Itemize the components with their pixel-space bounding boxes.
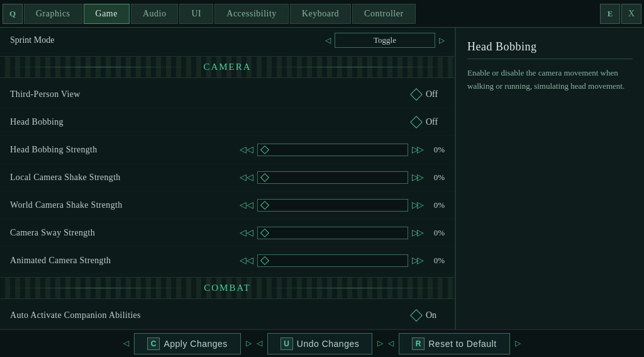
tab-keyboard[interactable]: Keyboard [290,4,351,24]
slider-right-arrow-2[interactable]: ▷▷ [412,172,422,183]
local-camera-shake-row[interactable]: Local Camera Shake Strength ◁◁ ▷▷ 0% [0,164,455,191]
local-camera-shake-slider[interactable]: ◁◁ ▷▷ 0% [240,171,445,184]
slider-thumb [260,145,269,154]
animated-camera-row[interactable]: Animated Camera Strength ◁◁ ▷▷ 0% [0,247,455,275]
auto-companion-toggle[interactable]: On [412,310,445,320]
head-bobbing-label: Head Bobbing [10,117,412,127]
nav-right-key[interactable]: E [600,4,620,24]
combat-header-text: Combat [191,283,264,293]
world-camera-shake-label: World Camera Shake Strength [10,200,240,210]
auto-companion-label: Auto Activate Companion Abilities [10,310,412,320]
slider-thumb-5 [260,256,269,264]
reset-btn-left-arrow: ◁ [388,339,394,348]
top-navigation: Q Graphics Game Audio UI Accessibility K… [0,0,644,28]
world-camera-shake-row[interactable]: World Camera Shake Strength ◁◁ ▷▷ 0% [0,191,455,219]
third-person-view-row[interactable]: Third-Person View Off [0,81,455,108]
apply-btn-right-arrow: ▷ [246,339,252,348]
slider-thumb-4 [260,228,269,237]
head-bobbing-strength-row[interactable]: Head Bobbing Strength ◁◁ ▷▷ 0% [0,136,455,164]
undo-key: U [280,337,293,350]
info-title: Head Bobbing [467,40,633,59]
settings-panel: Sprint Mode ◁ Toggle ▷ Camera Third-Pers… [0,28,455,329]
combat-header-line-left [8,288,191,288]
slider-left-arrow-2[interactable]: ◁◁ [240,172,253,183]
info-description: Enable or disable the camera movement wh… [467,67,633,93]
apply-key: C [147,337,160,350]
world-camera-shake-value: 0% [426,200,445,210]
animated-camera-label: Animated Camera Strength [10,256,240,266]
undo-label: Undo Changes [297,339,359,349]
tab-accessibility[interactable]: Accessibility [214,4,289,24]
camera-sway-value: 0% [426,228,445,238]
undo-changes-button[interactable]: U Undo Changes [267,333,372,354]
tab-audio[interactable]: Audio [131,4,179,24]
camera-section-header: Camera [0,56,455,78]
local-camera-shake-label: Local Camera Shake Strength [10,173,240,183]
tab-graphics[interactable]: Graphics [24,4,82,24]
head-bobbing-strength-value: 0% [426,145,445,155]
reset-key: R [412,337,425,350]
head-bobbing-value: Off [426,117,445,127]
combat-section-header: Combat [0,277,455,299]
info-panel: Head Bobbing Enable or disable the camer… [455,28,644,329]
auto-companion-value: On [426,310,445,320]
tab-controller[interactable]: Controller [352,4,416,24]
close-button[interactable]: X [621,4,641,24]
slider-track-2[interactable] [257,171,408,184]
slider-track-3[interactable] [257,199,408,212]
slider-thumb-3 [260,200,269,209]
camera-sway-slider[interactable]: ◁◁ ▷▷ 0% [240,227,445,239]
auto-companion-row[interactable]: Auto Activate Companion Abilities On [0,302,455,329]
third-person-view-toggle[interactable]: Off [412,89,445,99]
head-bobbing-diamond [410,116,423,128]
slider-right-arrow-4[interactable]: ▷▷ [412,227,422,238]
sprint-toggle-control[interactable]: ◁ Toggle ▷ [325,33,445,48]
animated-camera-slider[interactable]: ◁◁ ▷▷ 0% [240,254,445,267]
slider-left-arrow-4[interactable]: ◁◁ [240,227,253,238]
slider-track[interactable] [257,144,408,156]
third-person-view-value: Off [426,89,445,99]
head-bobbing-strength-label: Head Bobbing Strength [10,145,240,155]
third-person-view-diamond [410,88,423,101]
apply-changes-button[interactable]: C Apply Changes [134,333,240,354]
world-camera-shake-slider[interactable]: ◁◁ ▷▷ 0% [240,199,445,212]
undo-btn-right-arrow: ▷ [377,339,383,348]
camera-sway-row[interactable]: Camera Sway Strength ◁◁ ▷▷ 0% [0,219,455,247]
slider-right-arrow-5[interactable]: ▷▷ [412,255,422,266]
bottom-action-bar: ◁ C Apply Changes ▷ ◁ U Undo Changes ▷ ◁… [0,329,644,357]
slider-track-5[interactable] [257,254,408,267]
reset-btn-right-arrow: ▷ [515,339,521,348]
slider-track-4[interactable] [257,227,408,239]
apply-label: Apply Changes [164,339,227,349]
head-bobbing-row[interactable]: Head Bobbing Off [0,108,455,136]
head-bobbing-toggle[interactable]: Off [412,117,445,127]
slider-right-arrow[interactable]: ▷▷ [412,144,422,155]
local-camera-shake-value: 0% [426,173,445,183]
main-area: Sprint Mode ◁ Toggle ▷ Camera Third-Pers… [0,28,644,329]
camera-header-text: Camera [191,62,264,72]
third-person-view-label: Third-Person View [10,89,412,99]
slider-thumb-2 [260,173,269,181]
slider-left-arrow[interactable]: ◁◁ [240,144,253,155]
tab-game[interactable]: Game [84,4,130,24]
nav-left-key[interactable]: Q [3,4,23,24]
animated-camera-value: 0% [426,256,445,266]
reset-to-default-button[interactable]: R Reset to Default [399,333,509,354]
sprint-arrow-right[interactable]: ▷ [439,36,445,45]
slider-left-arrow-3[interactable]: ◁◁ [240,200,253,210]
camera-sway-label: Camera Sway Strength [10,228,240,238]
head-bobbing-strength-slider[interactable]: ◁◁ ▷▷ 0% [240,144,445,156]
undo-btn-left-arrow: ◁ [257,339,262,348]
slider-right-arrow-3[interactable]: ▷▷ [412,200,422,210]
apply-btn-left-arrow: ◁ [123,339,129,348]
combat-header-line-right [264,288,447,288]
sprint-toggle-box: Toggle [335,33,435,48]
sprint-arrow-left[interactable]: ◁ [325,36,331,45]
reset-label: Reset to Default [428,339,496,349]
sprint-mode-control[interactable]: ◁ Toggle ▷ [325,33,445,48]
slider-left-arrow-5[interactable]: ◁◁ [240,255,253,266]
camera-header-line-right [264,67,447,67]
tab-ui[interactable]: UI [179,4,213,24]
sprint-mode-label: Sprint Mode [10,35,325,45]
auto-companion-diamond [410,309,423,322]
